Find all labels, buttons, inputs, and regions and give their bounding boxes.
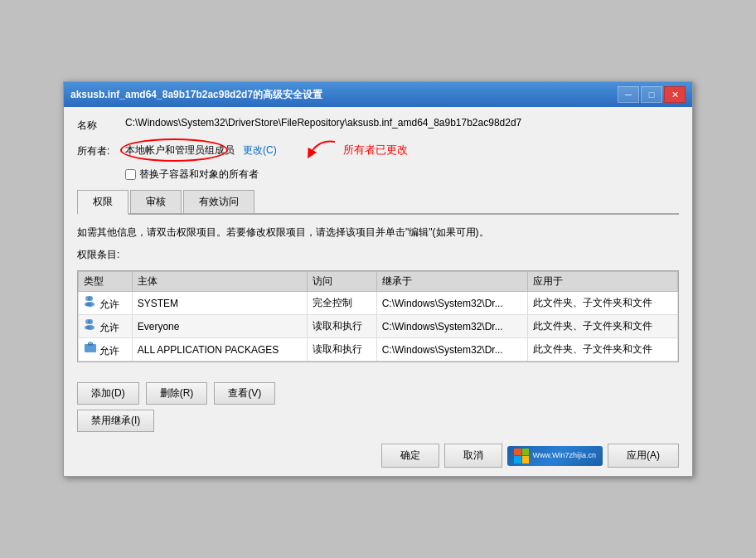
cell-principal: Everyone	[132, 315, 307, 338]
arrow-annotation: 所有者已更改	[302, 138, 408, 163]
annotation-text: 所有者已更改	[343, 143, 408, 158]
cell-inherited: C:\Windows\System32\Dr...	[376, 292, 528, 315]
col-type: 类型	[79, 272, 133, 292]
tab-permissions[interactable]: 权限	[77, 190, 128, 215]
svg-rect-10	[89, 342, 92, 344]
tab-audit[interactable]: 审核	[130, 190, 182, 213]
action-buttons: 添加(D) 删除(R) 查看(V)	[77, 382, 679, 405]
table-row[interactable]: 允许 Everyone 读取和执行 C:\Windows\System32\Dr…	[79, 315, 678, 338]
close-button[interactable]: ✕	[664, 86, 686, 103]
restore-button[interactable]: □	[641, 86, 662, 103]
remove-button[interactable]: 删除(R)	[146, 382, 208, 405]
table-row[interactable]: 允许 SYSTEM 完全控制 C:\Windows\System32\Dr...…	[79, 292, 678, 315]
col-principal: 主体	[132, 272, 307, 292]
col-applies: 应用于	[528, 272, 678, 292]
owner-value: 本地帐户和管理员组成员	[125, 144, 235, 156]
col-inherited: 继承于	[376, 272, 528, 292]
checkbox-row: 替换子容器和对象的所有者	[125, 167, 679, 182]
cell-access: 完全控制	[307, 292, 376, 315]
user-icon	[84, 322, 99, 333]
permission-table-container: 类型 主体 访问 继承于 应用于	[77, 270, 679, 362]
window-content: 名称 C:\Windows\System32\DriverStore\FileR…	[64, 107, 692, 376]
owner-wrapper: 本地帐户和管理员组成员 更改(C)	[125, 143, 277, 158]
name-field-row: 名称 C:\Windows\System32\DriverStore\FileR…	[77, 117, 679, 133]
minimize-button[interactable]: ─	[618, 86, 639, 103]
bottom-area: 添加(D) 删除(R) 查看(V) 禁用继承(I)	[64, 376, 692, 439]
ok-button[interactable]: 确定	[381, 444, 439, 468]
cell-type: 允许	[79, 292, 133, 315]
col-access: 访问	[307, 272, 376, 292]
inherit-buttons: 禁用继承(I)	[77, 410, 679, 432]
cell-type-text: 允许	[99, 345, 119, 357]
windows-logo	[514, 449, 529, 463]
user-icon	[84, 298, 99, 310]
cell-inherited: C:\Windows\System32\Dr...	[376, 338, 528, 361]
owner-change-link[interactable]: 更改(C)	[243, 144, 277, 156]
checkbox-label: 替换子容器和对象的所有者	[139, 167, 259, 182]
cell-access: 读取和执行	[307, 315, 376, 338]
replace-owner-checkbox[interactable]	[125, 169, 136, 180]
red-arrow-icon	[302, 138, 343, 163]
watermark-text: Www.Win7zhijia.cn	[532, 451, 596, 460]
cell-access: 读取和执行	[307, 338, 376, 361]
window-controls: ─ □ ✕	[618, 86, 686, 103]
cell-applies: 此文件夹、子文件夹和文件	[528, 338, 678, 361]
section-description: 如需其他信息，请双击权限项目。若要修改权限项目，请选择该项目并单击"编辑"(如果…	[77, 225, 679, 240]
cell-type-text: 允许	[99, 298, 119, 310]
title-bar: aksusb.inf_amd64_8a9b17b2ac98d2d7的高级安全设置…	[64, 82, 692, 107]
tab-bar: 权限 审核 有效访问	[77, 190, 679, 215]
svg-point-2	[85, 296, 90, 301]
cell-type: 允许	[79, 315, 133, 338]
name-label: 名称	[77, 117, 119, 133]
owner-field-row: 所有者: 本地帐户和管理员组成员 更改(C)	[77, 138, 679, 163]
ok-cancel-row: 确定 取消 Www.Win7zhijia.cn 应用(A)	[64, 439, 692, 476]
view-button[interactable]: 查看(V)	[214, 382, 275, 405]
cell-type-text: 允许	[99, 322, 119, 333]
table-header: 类型 主体 访问 继承于 应用于	[79, 272, 678, 292]
window-title: aksusb.inf_amd64_8a9b17b2ac98d2d7的高级安全设置	[70, 88, 322, 102]
svg-point-3	[85, 303, 91, 307]
table-body: 允许 SYSTEM 完全控制 C:\Windows\System32\Dr...…	[79, 292, 678, 361]
cancel-button[interactable]: 取消	[444, 444, 502, 468]
section-subtitle: 权限条目:	[77, 248, 679, 262]
owner-row: 本地帐户和管理员组成员 更改(C) 所有者已更改	[125, 138, 408, 163]
win7-badge: Www.Win7zhijia.cn	[507, 446, 603, 466]
name-value: C:\Windows\System32\DriverStore\FileRepo…	[125, 117, 679, 129]
disable-inherit-button[interactable]: 禁用继承(I)	[77, 410, 154, 432]
table-row[interactable]: 允许 ALL APPLICATION PACKAGES 读取和执行 C:\Win…	[79, 338, 678, 361]
cell-type: 允许	[79, 338, 133, 361]
package-icon	[84, 345, 99, 357]
main-window: aksusb.inf_amd64_8a9b17b2ac98d2d7的高级安全设置…	[63, 81, 693, 477]
svg-point-7	[85, 326, 91, 330]
tab-effective-access[interactable]: 有效访问	[183, 190, 254, 213]
add-button[interactable]: 添加(D)	[77, 382, 139, 405]
apply-button[interactable]: 应用(A)	[608, 444, 679, 468]
cell-inherited: C:\Windows\System32\Dr...	[376, 315, 528, 338]
cell-applies: 此文件夹、子文件夹和文件	[528, 315, 678, 338]
cell-principal: SYSTEM	[132, 292, 307, 315]
cell-applies: 此文件夹、子文件夹和文件	[528, 292, 678, 315]
owner-label: 所有者:	[77, 143, 119, 158]
cell-principal: ALL APPLICATION PACKAGES	[132, 338, 307, 361]
svg-point-6	[85, 319, 90, 324]
permission-table: 类型 主体 访问 继承于 应用于	[78, 271, 678, 361]
